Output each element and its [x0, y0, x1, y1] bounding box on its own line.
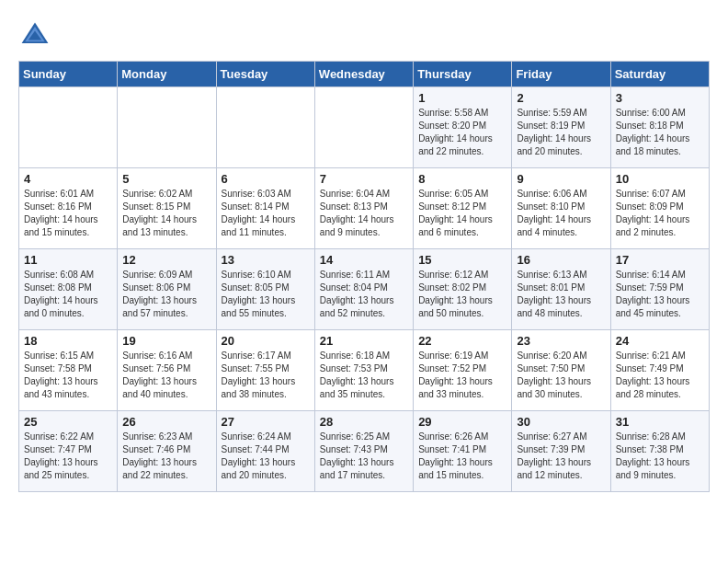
calendar-cell: 13Sunrise: 6:10 AMSunset: 8:05 PMDayligh… [216, 249, 314, 330]
cell-info: Sunrise: 6:13 AM [517, 269, 605, 282]
calendar-cell: 2Sunrise: 5:59 AMSunset: 8:19 PMDaylight… [512, 87, 610, 168]
weekday-header-row: SundayMondayTuesdayWednesdayThursdayFrid… [19, 62, 710, 87]
day-number: 29 [418, 415, 506, 429]
cell-info: Daylight: 14 hours and 9 minutes. [320, 213, 408, 239]
cell-info: Sunrise: 6:17 AM [222, 350, 310, 362]
cell-info: Sunset: 7:39 PM [517, 443, 605, 456]
cell-info: Daylight: 13 hours and 30 minutes. [517, 375, 605, 401]
cell-info: Daylight: 13 hours and 55 minutes. [222, 294, 310, 320]
calendar-cell: 25Sunrise: 6:22 AMSunset: 7:47 PMDayligh… [19, 411, 118, 492]
cell-info: Sunrise: 6:20 AM [517, 350, 605, 362]
cell-info: Sunrise: 6:26 AM [418, 431, 506, 443]
cell-info: Sunset: 8:18 PM [616, 120, 704, 132]
calendar-cell: 30Sunrise: 6:27 AMSunset: 7:39 PMDayligh… [512, 411, 610, 492]
cell-info: Sunrise: 6:21 AM [616, 350, 704, 362]
cell-info: Daylight: 14 hours and 15 minutes. [24, 213, 112, 239]
cell-info: Sunset: 7:59 PM [616, 282, 704, 294]
cell-info: Sunrise: 6:12 AM [418, 269, 506, 282]
day-number: 8 [418, 172, 506, 186]
cell-info: Daylight: 13 hours and 33 minutes. [418, 375, 506, 401]
cell-info: Sunrise: 5:59 AM [517, 107, 605, 120]
calendar-cell: 14Sunrise: 6:11 AMSunset: 8:04 PMDayligh… [314, 249, 413, 330]
cell-info: Daylight: 14 hours and 11 minutes. [222, 213, 310, 239]
cell-info: Sunrise: 6:28 AM [616, 431, 704, 443]
cell-info: Sunset: 7:58 PM [24, 362, 112, 375]
weekday-header-sunday: Sunday [19, 62, 118, 87]
calendar-week-3: 11Sunrise: 6:08 AMSunset: 8:08 PMDayligh… [19, 249, 710, 330]
cell-info: Sunrise: 6:22 AM [24, 431, 112, 443]
logo [18, 18, 57, 52]
cell-info: Daylight: 14 hours and 4 minutes. [517, 213, 605, 239]
cell-info: Sunset: 8:14 PM [222, 201, 310, 213]
cell-info: Daylight: 13 hours and 45 minutes. [616, 294, 704, 320]
cell-info: Daylight: 13 hours and 35 minutes. [320, 375, 408, 401]
weekday-header-tuesday: Tuesday [216, 62, 314, 87]
day-number: 2 [517, 91, 605, 105]
day-number: 9 [517, 172, 605, 186]
cell-info: Daylight: 13 hours and 38 minutes. [222, 375, 310, 401]
cell-info: Daylight: 13 hours and 48 minutes. [517, 294, 605, 320]
cell-info: Sunrise: 6:11 AM [320, 269, 408, 282]
cell-info: Sunset: 8:12 PM [418, 201, 506, 213]
cell-info: Sunset: 7:50 PM [517, 362, 605, 375]
day-number: 4 [24, 172, 112, 186]
calendar-cell: 26Sunrise: 6:23 AMSunset: 7:46 PMDayligh… [118, 411, 216, 492]
calendar-cell: 8Sunrise: 6:05 AMSunset: 8:12 PMDaylight… [414, 168, 512, 249]
calendar-week-2: 4Sunrise: 6:01 AMSunset: 8:16 PMDaylight… [19, 168, 710, 249]
cell-info: Sunrise: 6:14 AM [616, 269, 704, 282]
calendar-cell: 10Sunrise: 6:07 AMSunset: 8:09 PMDayligh… [610, 168, 709, 249]
calendar-cell: 19Sunrise: 6:16 AMSunset: 7:56 PMDayligh… [118, 330, 216, 411]
cell-info: Daylight: 13 hours and 25 minutes. [24, 456, 112, 482]
day-number: 25 [24, 415, 112, 429]
cell-info: Sunrise: 6:00 AM [616, 107, 704, 120]
cell-info: Sunrise: 6:25 AM [320, 431, 408, 443]
logo-icon [18, 18, 51, 52]
cell-info: Sunset: 7:38 PM [616, 443, 704, 456]
cell-info: Daylight: 13 hours and 12 minutes. [517, 456, 605, 482]
cell-info: Sunrise: 6:08 AM [24, 269, 112, 282]
cell-info: Daylight: 13 hours and 17 minutes. [320, 456, 408, 482]
cell-info: Daylight: 13 hours and 43 minutes. [24, 375, 112, 401]
cell-info: Sunrise: 6:09 AM [122, 269, 210, 282]
cell-info: Daylight: 13 hours and 40 minutes. [122, 375, 210, 401]
day-number: 28 [320, 415, 408, 429]
calendar-cell: 7Sunrise: 6:04 AMSunset: 8:13 PMDaylight… [314, 168, 413, 249]
day-number: 10 [616, 172, 704, 186]
cell-info: Sunset: 8:10 PM [517, 201, 605, 213]
cell-info: Sunrise: 6:19 AM [418, 350, 506, 362]
calendar-cell: 21Sunrise: 6:18 AMSunset: 7:53 PMDayligh… [314, 330, 413, 411]
cell-info: Sunset: 8:06 PM [122, 282, 210, 294]
calendar-cell [118, 87, 216, 168]
cell-info: Sunrise: 6:16 AM [122, 350, 210, 362]
cell-info: Daylight: 14 hours and 0 minutes. [24, 294, 112, 320]
cell-info: Daylight: 13 hours and 9 minutes. [616, 456, 704, 482]
cell-info: Daylight: 13 hours and 52 minutes. [320, 294, 408, 320]
cell-info: Sunset: 8:19 PM [517, 120, 605, 132]
cell-info: Sunset: 8:13 PM [320, 201, 408, 213]
cell-info: Sunset: 8:15 PM [122, 201, 210, 213]
calendar-cell: 6Sunrise: 6:03 AMSunset: 8:14 PMDaylight… [216, 168, 314, 249]
cell-info: Daylight: 14 hours and 6 minutes. [418, 213, 506, 239]
calendar-cell: 4Sunrise: 6:01 AMSunset: 8:16 PMDaylight… [19, 168, 118, 249]
cell-info: Sunrise: 6:10 AM [222, 269, 310, 282]
day-number: 30 [517, 415, 605, 429]
day-number: 11 [24, 253, 112, 267]
day-number: 31 [616, 415, 704, 429]
cell-info: Sunset: 8:02 PM [418, 282, 506, 294]
day-number: 17 [616, 253, 704, 267]
calendar-cell: 15Sunrise: 6:12 AMSunset: 8:02 PMDayligh… [414, 249, 512, 330]
calendar-cell [314, 87, 413, 168]
cell-info: Sunset: 8:01 PM [517, 282, 605, 294]
calendar-cell: 9Sunrise: 6:06 AMSunset: 8:10 PMDaylight… [512, 168, 610, 249]
cell-info: Sunset: 8:16 PM [24, 201, 112, 213]
calendar-cell: 31Sunrise: 6:28 AMSunset: 7:38 PMDayligh… [610, 411, 709, 492]
day-number: 18 [24, 334, 112, 348]
cell-info: Sunrise: 6:04 AM [320, 188, 408, 201]
day-number: 27 [222, 415, 310, 429]
cell-info: Sunset: 8:08 PM [24, 282, 112, 294]
calendar-week-5: 25Sunrise: 6:22 AMSunset: 7:47 PMDayligh… [19, 411, 710, 492]
cell-info: Sunset: 7:41 PM [418, 443, 506, 456]
calendar-cell: 24Sunrise: 6:21 AMSunset: 7:49 PMDayligh… [610, 330, 709, 411]
day-number: 6 [222, 172, 310, 186]
day-number: 21 [320, 334, 408, 348]
